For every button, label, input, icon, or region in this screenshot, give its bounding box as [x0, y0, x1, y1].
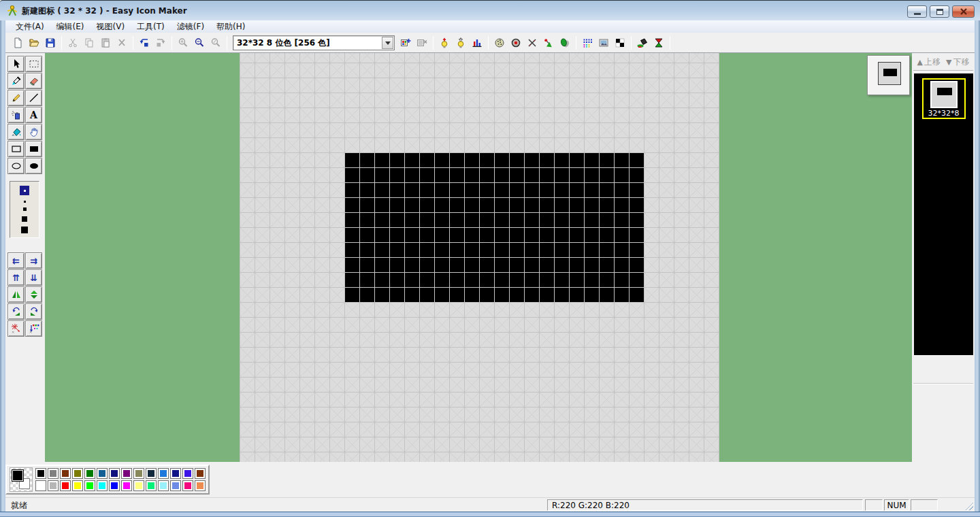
canvas-pixel[interactable] [315, 168, 330, 183]
canvas-pixel[interactable] [525, 407, 540, 422]
invert-colors-button[interactable] [612, 35, 628, 51]
canvas-pixel[interactable] [390, 108, 405, 123]
canvas-pixel[interactable] [480, 153, 495, 168]
canvas-pixel[interactable] [360, 437, 375, 452]
canvas-pixel[interactable] [375, 78, 390, 93]
canvas-pixel[interactable] [510, 393, 525, 407]
canvas-pixel[interactable] [659, 138, 674, 153]
canvas-pixel[interactable] [375, 303, 390, 318]
canvas-pixel[interactable] [240, 393, 255, 407]
canvas-pixel[interactable] [255, 393, 270, 407]
canvas-pixel[interactable] [555, 138, 570, 153]
canvas-pixel[interactable] [644, 378, 659, 393]
canvas-pixel[interactable] [345, 228, 360, 243]
canvas-pixel[interactable] [674, 393, 689, 407]
canvas-pixel[interactable] [240, 303, 255, 318]
palette-color[interactable] [84, 480, 95, 491]
canvas-pixel[interactable] [450, 318, 465, 333]
canvas-pixel[interactable] [300, 437, 315, 452]
title-bar[interactable]: 新建图标 ( 32 * 32 ) - Easy Icon Maker [0, 0, 980, 20]
canvas-pixel[interactable] [615, 422, 630, 437]
canvas-pixel[interactable] [480, 273, 495, 288]
canvas-pixel[interactable] [674, 93, 689, 108]
canvas-pixel[interactable] [375, 378, 390, 393]
canvas-pixel[interactable] [450, 288, 465, 303]
canvas-pixel[interactable] [375, 168, 390, 183]
canvas-pixel[interactable] [630, 78, 644, 93]
canvas-pixel[interactable] [300, 407, 315, 422]
canvas-pixel[interactable] [540, 78, 555, 93]
canvas-pixel[interactable] [510, 198, 525, 213]
canvas-pixel[interactable] [315, 258, 330, 273]
canvas-pixel[interactable] [405, 198, 420, 213]
canvas-pixel[interactable] [555, 168, 570, 183]
canvas-pixel[interactable] [390, 288, 405, 303]
canvas-pixel[interactable] [330, 452, 345, 462]
canvas-pixel[interactable] [570, 437, 585, 452]
canvas-pixel[interactable] [540, 63, 555, 78]
canvas-pixel[interactable] [360, 258, 375, 273]
canvas-pixel[interactable] [510, 213, 525, 228]
canvas-pixel[interactable] [315, 63, 330, 78]
canvas-pixel[interactable] [450, 93, 465, 108]
canvas-pixel[interactable] [390, 213, 405, 228]
canvas-pixel[interactable] [360, 378, 375, 393]
canvas-pixel[interactable] [615, 437, 630, 452]
canvas-pixel[interactable] [405, 108, 420, 123]
canvas-pixel[interactable] [300, 363, 315, 378]
canvas-pixel[interactable] [600, 393, 615, 407]
canvas-pixel[interactable] [315, 407, 330, 422]
canvas-pixel[interactable] [630, 407, 644, 422]
canvas-pixel[interactable] [285, 273, 300, 288]
brightness-down-button[interactable] [453, 35, 469, 51]
canvas-pixel[interactable] [540, 407, 555, 422]
canvas-pixel[interactable] [689, 213, 704, 228]
canvas-pixel[interactable] [615, 303, 630, 318]
canvas-pixel[interactable] [659, 228, 674, 243]
canvas-pixel[interactable] [255, 452, 270, 462]
canvas-pixel[interactable] [390, 258, 405, 273]
canvas-pixel[interactable] [420, 93, 435, 108]
canvas-pixel[interactable] [674, 258, 689, 273]
canvas-pixel[interactable] [510, 108, 525, 123]
canvas-pixel[interactable] [345, 123, 360, 138]
canvas-pixel[interactable] [315, 108, 330, 123]
canvas-pixel[interactable] [360, 198, 375, 213]
canvas-pixel[interactable] [330, 378, 345, 393]
canvas-pixel[interactable] [540, 168, 555, 183]
palette-color[interactable] [35, 468, 46, 479]
canvas-pixel[interactable] [615, 378, 630, 393]
canvas-pixel[interactable] [615, 288, 630, 303]
canvas-pixel[interactable] [345, 78, 360, 93]
canvas-pixel[interactable] [674, 333, 689, 348]
canvas-pixel[interactable] [704, 213, 719, 228]
canvas-pixel[interactable] [360, 123, 375, 138]
paste-button[interactable] [97, 35, 114, 51]
menu-item[interactable]: 工具(T) [131, 20, 171, 33]
canvas-pixel[interactable] [585, 258, 600, 273]
canvas-pixel[interactable] [615, 363, 630, 378]
canvas-pixel[interactable] [435, 437, 450, 452]
canvas-pixel[interactable] [285, 93, 300, 108]
canvas-pixel[interactable] [240, 407, 255, 422]
canvas-pixel[interactable] [255, 93, 270, 108]
canvas-pixel[interactable] [689, 378, 704, 393]
canvas-pixel[interactable] [704, 333, 719, 348]
canvas-pixel[interactable] [630, 273, 644, 288]
canvas-pixel[interactable] [465, 123, 480, 138]
canvas-pixel[interactable] [315, 422, 330, 437]
canvas-pixel[interactable] [600, 108, 615, 123]
canvas-pixel[interactable] [255, 333, 270, 348]
canvas-pixel[interactable] [405, 348, 420, 363]
canvas-pixel[interactable] [540, 318, 555, 333]
canvas-pixel[interactable] [450, 258, 465, 273]
canvas-pixel[interactable] [465, 452, 480, 462]
canvas-pixel[interactable] [270, 243, 285, 258]
canvas-pixel[interactable] [674, 108, 689, 123]
canvas-pixel[interactable] [285, 63, 300, 78]
canvas-pixel[interactable] [600, 363, 615, 378]
canvas-pixel[interactable] [674, 78, 689, 93]
canvas-pixel[interactable] [315, 378, 330, 393]
canvas-pixel[interactable] [240, 333, 255, 348]
canvas-pixel[interactable] [255, 198, 270, 213]
